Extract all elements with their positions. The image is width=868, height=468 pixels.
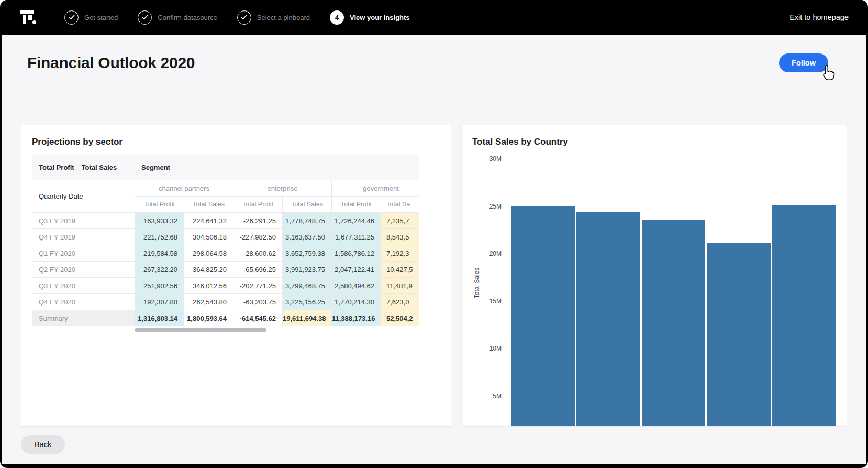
table-cell: 1,586,786.12 xyxy=(332,245,381,262)
table-row: Q4 FY 2019221,752.68304,506.18-227,982.5… xyxy=(32,229,420,245)
step-check-icon xyxy=(64,10,79,25)
measure-headers: Total ProfitTotal Sales xyxy=(32,155,135,180)
follow-button-wrap: Follow xyxy=(779,53,828,72)
y-tick-label: 25M xyxy=(489,202,502,211)
table-cell: 10,427,5 xyxy=(381,262,420,278)
page-title: Financial Outlook 2020 xyxy=(27,54,195,72)
step-label: Confirm datasource xyxy=(158,14,217,21)
row-label: Q4 FY 2020 xyxy=(32,294,135,310)
cards-row: Projections by sector Total ProfitTotal … xyxy=(21,125,847,427)
table-cell: 192,307.80 xyxy=(135,294,184,310)
table-row: Q4 FY 2020192,307.80262,543.80-63,203.75… xyxy=(32,294,420,310)
follow-button[interactable]: Follow xyxy=(779,53,828,72)
table-row: Q2 FY 2020267,322.20364,825.20-65,696.25… xyxy=(32,262,420,278)
table-cell: 298,064.58 xyxy=(184,245,233,262)
bar[interactable] xyxy=(576,212,640,427)
bar[interactable] xyxy=(772,205,836,427)
table-cell: 7,623,0 xyxy=(381,294,420,310)
table-cell: 346,012.56 xyxy=(184,278,233,294)
summary-cell: -614,545.62 xyxy=(233,310,283,326)
y-tick-label: 20M xyxy=(489,249,502,258)
stepper: Get startedConfirm datasourceSelect a pi… xyxy=(64,10,410,25)
app-window: Get startedConfirm datasourceSelect a pi… xyxy=(0,0,868,468)
measure-subheader: Total Profit xyxy=(135,197,184,213)
y-tick-label: 30M xyxy=(489,155,502,163)
table-cell: 1,778,748.75 xyxy=(283,213,332,229)
measure-subheader: Total Sa xyxy=(381,197,420,213)
table-cell: 3,163,637.50 xyxy=(283,229,332,245)
back-button[interactable]: Back xyxy=(21,435,65,454)
row-label: Q3 FY 2020 xyxy=(32,278,135,294)
bar[interactable] xyxy=(707,243,771,427)
table-cell: 3,652,759.38 xyxy=(283,245,332,262)
measure-subheader: Total Sales xyxy=(184,197,233,213)
summary-cell: 1,316,803.14 xyxy=(135,310,184,326)
segment-group-header: government xyxy=(332,180,420,197)
step-label: Select a pinboard xyxy=(257,14,310,21)
onboarding-topbar: Get startedConfirm datasourceSelect a pi… xyxy=(2,0,866,35)
table-cell: 224,641.32 xyxy=(184,213,233,229)
table-row: Q3 FY 2019163,933.32224,641.32-26,291.25… xyxy=(32,213,420,229)
bar[interactable] xyxy=(642,220,706,427)
table-cell: 163,933.32 xyxy=(135,213,184,229)
step-4[interactable]: 4View your insights xyxy=(330,10,410,25)
table-cell: -26,291.25 xyxy=(233,213,283,229)
main-content: Financial Outlook 2020 Follow Projection… xyxy=(2,35,866,464)
table-card: Projections by sector Total ProfitTotal … xyxy=(21,125,451,427)
table-cell: 3,225,156.25 xyxy=(283,294,332,310)
step-label: Get started xyxy=(84,14,118,21)
page-header: Financial Outlook 2020 Follow xyxy=(27,52,841,73)
exit-to-homepage-link[interactable]: Exit to homepage xyxy=(789,13,849,21)
bar-chart: Total Sales 30M25M20M15M10M5M xyxy=(472,155,836,427)
table-row: Q1 FY 2020219,584.58298,064.58-28,600.62… xyxy=(32,245,420,262)
step-3[interactable]: Select a pinboard xyxy=(237,10,310,25)
table-cell: 11,481,9 xyxy=(381,278,420,294)
row-label: Q2 FY 2020 xyxy=(32,262,135,278)
table-cell: 262,543.80 xyxy=(184,294,233,310)
table-cell: 1,726,244.46 xyxy=(332,213,381,229)
pivot-table: Total ProfitTotal SalesSegmentQuarterly … xyxy=(32,155,419,326)
chart-card: Total Sales by Country Total Sales 30M25… xyxy=(461,125,847,427)
row-dimension-header: Quarterly Date xyxy=(32,180,135,213)
y-tick-label: 15M xyxy=(489,297,502,306)
summary-cell: 19,611,694.38 xyxy=(283,310,332,326)
y-tick-label: 10M xyxy=(489,344,502,353)
measure-subheader: Total Profit xyxy=(332,197,381,213)
row-label: Q1 FY 2020 xyxy=(32,245,135,262)
summary-cell: 11,388,173.16 xyxy=(332,310,381,326)
bar[interactable] xyxy=(511,206,575,427)
y-axis-title-text: Total Sales xyxy=(473,268,481,299)
step-2[interactable]: Confirm datasource xyxy=(138,10,217,25)
step-number-badge: 4 xyxy=(330,10,344,25)
table-cell: 3,799,468.75 xyxy=(283,278,332,294)
table-cell: 304,506.18 xyxy=(184,229,233,245)
chart-card-title: Total Sales by Country xyxy=(472,137,836,147)
table-cell: -65,696.25 xyxy=(233,262,283,278)
table-cell: 364,825.20 xyxy=(184,262,233,278)
table-cell: 219,584.58 xyxy=(135,245,184,262)
table-cell: 251,902.56 xyxy=(135,278,184,294)
pivot-table-viewport: Total ProfitTotal SalesSegmentQuarterly … xyxy=(32,155,419,326)
row-label: Q3 FY 2019 xyxy=(32,213,135,229)
measure-subheader: Total Sales xyxy=(283,197,332,213)
table-cell: 267,322.20 xyxy=(135,262,184,278)
table-row: Q3 FY 2020251,902.56346,012.56-202,771.2… xyxy=(32,278,420,294)
step-check-icon xyxy=(237,10,251,25)
summary-label: Summary xyxy=(32,310,135,326)
table-cell: 7,235,7 xyxy=(381,213,420,229)
horizontal-scrollbar[interactable] xyxy=(32,328,419,332)
step-label: View your insights xyxy=(350,14,410,21)
y-axis-title: Total Sales xyxy=(472,155,482,427)
table-cell: 2,580,494.62 xyxy=(332,278,381,294)
step-check-icon xyxy=(138,10,152,25)
scrollbar-thumb[interactable] xyxy=(135,328,266,332)
table-cell: 1,677,311.25 xyxy=(332,229,381,245)
table-cell: -227,982.50 xyxy=(233,229,283,245)
summary-cell: 52,504,2 xyxy=(381,310,420,326)
thoughtspot-logo-icon[interactable] xyxy=(19,8,38,27)
bar-plot xyxy=(511,155,836,427)
segment-group-header: enterprise xyxy=(233,180,332,197)
table-cell: 2,047,122.41 xyxy=(332,262,381,278)
table-cell: 3,991,923.75 xyxy=(283,262,332,278)
step-1[interactable]: Get started xyxy=(64,10,118,25)
